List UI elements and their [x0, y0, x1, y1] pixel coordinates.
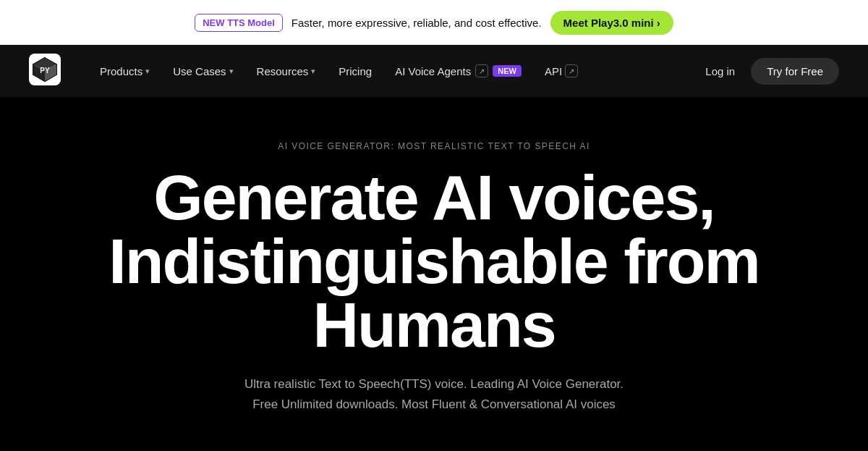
hero-eyebrow: AI VOICE GENERATOR: MOST REALISTIC TEXT …: [278, 141, 590, 151]
announcement-bar: NEW TTS Model Faster, more expressive, r…: [0, 0, 868, 45]
nav-item-api[interactable]: API ↗: [535, 59, 588, 83]
try-for-free-button[interactable]: Try for Free: [751, 58, 839, 85]
external-link-icon: ↗: [475, 64, 488, 77]
navbar: PY Products ▾ Use Cases ▾ Resources ▾ Pr…: [0, 45, 868, 97]
chevron-down-icon: ▾: [145, 67, 150, 76]
nav-item-resources[interactable]: Resources ▾: [247, 59, 326, 83]
nav-item-ai-voice-agents[interactable]: AI Voice Agents ↗ NEW: [385, 59, 532, 83]
new-badge: NEW: [493, 65, 522, 77]
announcement-badge: NEW TTS Model: [195, 14, 283, 32]
external-link-icon: ↗: [565, 64, 578, 77]
hero-headline: Generate AI voices, Indistinguishable fr…: [109, 166, 760, 357]
hero-subtext: Ultra realistic Text to Speech(TTS) voic…: [244, 374, 624, 413]
announcement-text: Faster, more expressive, reliable, and c…: [292, 17, 542, 29]
hero-section: AI VOICE GENERATOR: MOST REALISTIC TEXT …: [0, 97, 868, 451]
hero-headline-line2: Indistinguishable from: [109, 225, 760, 297]
svg-text:PY: PY: [40, 67, 50, 75]
nav-item-pricing[interactable]: Pricing: [328, 59, 382, 83]
chevron-down-icon: ▾: [311, 67, 315, 76]
chevron-down-icon: ▾: [229, 67, 234, 76]
nav-item-use-cases[interactable]: Use Cases ▾: [163, 59, 243, 83]
hero-headline-line1: Generate AI voices,: [153, 161, 715, 233]
announcement-cta-button[interactable]: Meet Play3.0 mini ›: [550, 11, 673, 35]
nav-right: Log in Try for Free: [695, 58, 839, 85]
nav-item-products[interactable]: Products ▾: [90, 59, 160, 83]
hero-headline-line3: Humans: [312, 289, 555, 361]
logo[interactable]: PY: [29, 54, 61, 88]
login-button[interactable]: Log in: [695, 59, 745, 83]
nav-links: Products ▾ Use Cases ▾ Resources ▾ Prici…: [90, 59, 695, 83]
